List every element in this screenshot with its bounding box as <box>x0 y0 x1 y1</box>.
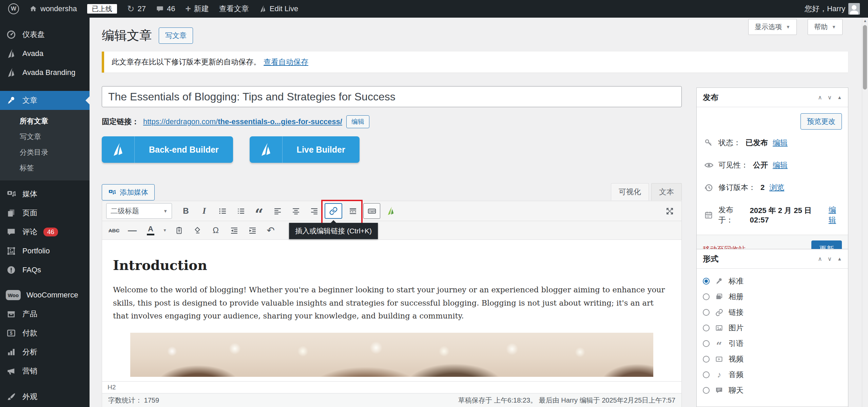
submenu-new-post[interactable]: 写文章 <box>0 129 90 144</box>
blockquote-button[interactable]: “ <box>251 200 267 222</box>
edit-published-link[interactable]: 编辑 <box>829 205 842 225</box>
sidebar-item-pages[interactable]: 页面 <box>0 204 90 222</box>
publish-box-header[interactable]: 发布 ∧ ∨ ▲ <box>697 88 848 107</box>
format-box-header[interactable]: 形式 ∧ ∨ ▲ <box>697 249 848 269</box>
bold-button[interactable]: B <box>178 204 194 218</box>
format-option-link[interactable]: 链接 <box>703 305 842 320</box>
toolbar-toggle-button[interactable] <box>363 203 380 219</box>
insert-link-button[interactable]: 插入或编辑链接 (Ctrl+K) <box>325 203 342 219</box>
radio[interactable] <box>703 325 710 331</box>
format-option-video[interactable]: 视频 <box>703 351 842 367</box>
radio[interactable] <box>703 340 710 347</box>
preview-changes-button[interactable]: 预览更改 <box>801 113 842 130</box>
radio[interactable] <box>703 371 710 378</box>
add-media-button[interactable]: 添加媒体 <box>102 184 155 200</box>
clear-formatting-button[interactable] <box>190 223 205 238</box>
add-new-post-button[interactable]: 写文章 <box>159 27 193 44</box>
scrollbar-thumb[interactable] <box>863 25 867 90</box>
backend-builder-button[interactable]: Back-end Builder <box>102 136 233 163</box>
edit-visibility-link[interactable]: 编辑 <box>773 160 788 170</box>
sidebar-item-appearance[interactable]: 外观 <box>0 387 90 406</box>
collapse-toggle-icon[interactable]: ▲ <box>837 256 842 261</box>
avada-shortcodes-button[interactable] <box>383 204 399 218</box>
numbered-list-button[interactable] <box>233 204 249 218</box>
submenu-tags[interactable]: 标签 <box>0 160 90 176</box>
heading-format-select[interactable]: 二级标题 ▼ <box>106 203 172 219</box>
new-content-menu[interactable]: + 新建 <box>185 3 209 14</box>
view-post-link[interactable]: 查看文章 <box>219 4 249 14</box>
order-down-icon[interactable]: ∨ <box>828 94 832 101</box>
site-menu[interactable]: wondersha <box>29 4 77 13</box>
sidebar-item-media[interactable]: 媒体 <box>0 185 90 204</box>
sidebar-item-dashboard[interactable]: 仪表盘 <box>0 25 90 44</box>
radio[interactable] <box>703 293 710 300</box>
italic-button[interactable]: I <box>196 204 212 218</box>
collapse-toggle-icon[interactable]: ▲ <box>837 95 842 100</box>
outdent-button[interactable] <box>226 223 242 238</box>
radio[interactable] <box>703 387 710 394</box>
indent-button[interactable] <box>245 223 260 238</box>
help-button[interactable]: 帮助 ▼ <box>808 19 843 35</box>
order-up-icon[interactable]: ∧ <box>818 255 822 263</box>
sidebar-item-portfolio[interactable]: Portfolio <box>0 241 90 260</box>
page-scrollbar[interactable]: ▲ <box>862 18 868 407</box>
text-color-caret-button[interactable]: ▼ <box>161 223 169 238</box>
format-option-quote[interactable]: “ 引语 <box>703 336 842 351</box>
read-more-button[interactable] <box>345 204 361 218</box>
format-option-standard[interactable]: 标准 <box>703 273 842 289</box>
scrollbar-up-arrow[interactable]: ▲ <box>862 18 868 24</box>
updates-menu[interactable]: ↻ 27 <box>127 4 146 13</box>
radio-selected[interactable] <box>703 278 710 285</box>
align-right-button[interactable] <box>306 204 322 218</box>
wp-logo-menu[interactable]: W <box>8 3 19 14</box>
editor-content[interactable]: Introduction Welcome to the world of blo… <box>102 240 681 381</box>
edit-status-link[interactable]: 编辑 <box>773 138 788 148</box>
permalink-link[interactable]: https://derdragon.com/the-essentials-o..… <box>143 117 342 126</box>
screen-options-button[interactable]: 显示选项 ▼ <box>748 19 797 35</box>
sidebar-item-posts[interactable]: 文章 <box>0 91 90 110</box>
sidebar-item-avada[interactable]: Avada <box>0 44 90 63</box>
sidebar-item-payments[interactable]: $ 付款 <box>0 324 90 343</box>
special-character-button[interactable]: Ω <box>208 223 224 238</box>
order-down-icon[interactable]: ∨ <box>828 255 832 263</box>
format-option-chat[interactable]: 聊天 <box>703 383 842 398</box>
text-color-button[interactable]: A <box>143 223 158 238</box>
radio[interactable] <box>703 309 710 316</box>
horizontal-rule-button[interactable]: — <box>124 223 140 238</box>
format-option-image[interactable]: 图片 <box>703 320 842 336</box>
edit-live-menu[interactable]: Edit Live <box>259 4 298 13</box>
align-center-button[interactable] <box>288 204 304 218</box>
sidebar-item-faqs[interactable]: FAQs <box>0 260 90 279</box>
sidebar-item-avada-branding[interactable]: Avada Branding <box>0 63 90 82</box>
account-menu[interactable]: 您好，Harry <box>805 3 860 15</box>
submenu-categories[interactable]: 分类目录 <box>0 144 90 160</box>
order-up-icon[interactable]: ∧ <box>818 94 822 101</box>
strikethrough-button[interactable]: ABC <box>106 223 122 238</box>
radio[interactable] <box>703 356 710 363</box>
submenu-all-posts[interactable]: 所有文章 <box>0 113 90 129</box>
tab-text[interactable]: 文本 <box>651 183 682 200</box>
undo-button[interactable]: ↶ <box>263 223 278 238</box>
live-builder-button[interactable]: Live Builder <box>250 136 360 163</box>
sidebar-item-analytics[interactable]: 分析 <box>0 343 90 362</box>
sidebar-item-products[interactable]: 产品 <box>0 305 90 324</box>
paste-as-text-button[interactable] <box>171 223 187 238</box>
element-path[interactable]: H2 <box>108 384 116 391</box>
post-title-input[interactable] <box>102 86 682 107</box>
tab-visual[interactable]: 可视化 <box>611 183 649 200</box>
view-autosave-link[interactable]: 查看自动保存 <box>264 57 308 67</box>
sidebar-item-marketing[interactable]: 营销 <box>0 362 90 381</box>
edit-permalink-button[interactable]: 编辑 <box>346 115 369 128</box>
bullet-list-button[interactable] <box>215 204 230 218</box>
format-option-audio[interactable]: ♪ 音频 <box>703 367 842 383</box>
fullscreen-button[interactable] <box>662 204 677 218</box>
content-image[interactable] <box>130 333 653 377</box>
text-color-bar <box>147 234 154 235</box>
environment-badge[interactable]: 已上线 <box>87 4 117 14</box>
sidebar-item-woocommerce[interactable]: Woo WooCommerce <box>0 286 90 305</box>
browse-revisions-link[interactable]: 浏览 <box>769 182 784 193</box>
align-left-button[interactable] <box>270 204 285 218</box>
format-option-gallery[interactable]: 相册 <box>703 289 842 305</box>
comments-menu[interactable]: 46 <box>156 4 175 13</box>
sidebar-item-comments[interactable]: 评论 46 <box>0 222 90 241</box>
